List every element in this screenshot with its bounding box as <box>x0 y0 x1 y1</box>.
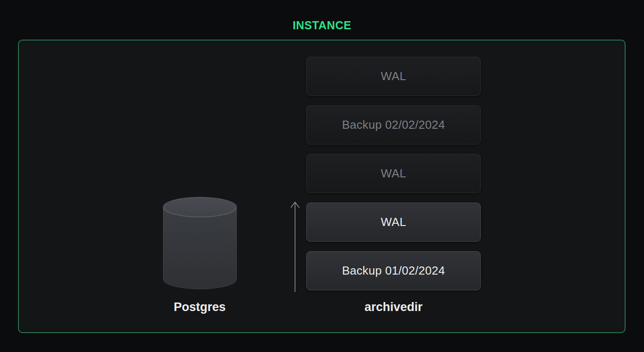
arrow-up-icon <box>289 199 301 293</box>
archivedir-label: archivedir <box>326 300 461 314</box>
wal-box-label: WAL <box>381 167 406 181</box>
backup-box: Backup 02/02/2024 <box>306 105 481 144</box>
wal-box: WAL <box>306 203 481 242</box>
wal-box-label: WAL <box>381 215 406 229</box>
backup-box-label: Backup 02/02/2024 <box>342 118 445 132</box>
instance-title: INSTANCE <box>0 19 644 32</box>
postgres-label: Postgres <box>132 300 267 314</box>
database-cylinder-icon <box>163 197 237 289</box>
archivedir-file-stack: WAL Backup 02/02/2024 WAL WAL Backup 01/… <box>306 57 481 290</box>
backup-box-label: Backup 01/02/2024 <box>342 264 445 278</box>
wal-box: WAL <box>306 57 481 96</box>
wal-box: WAL <box>306 154 481 193</box>
postgres-database-cylinder-icon <box>163 197 237 289</box>
archive-flow-arrow-up-icon <box>289 199 301 293</box>
backup-box: Backup 01/02/2024 <box>306 251 481 290</box>
wal-box-label: WAL <box>381 69 406 83</box>
